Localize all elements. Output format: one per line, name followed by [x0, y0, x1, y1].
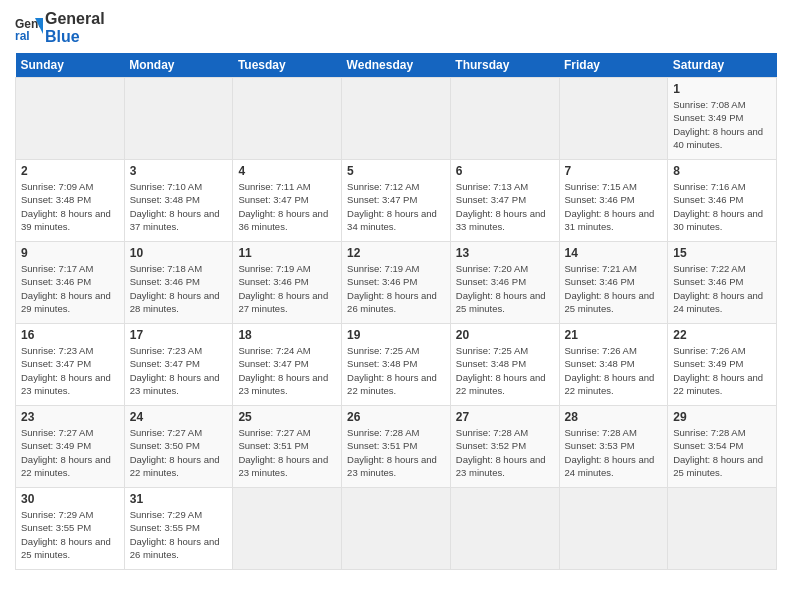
- col-friday: Friday: [559, 53, 668, 78]
- day-number: 21: [565, 328, 663, 342]
- calendar-cell: [342, 488, 451, 570]
- calendar-cell: 22Sunrise: 7:26 AMSunset: 3:49 PMDayligh…: [668, 324, 777, 406]
- day-number: 19: [347, 328, 445, 342]
- day-number: 2: [21, 164, 119, 178]
- calendar-cell: [559, 488, 668, 570]
- day-info: Sunrise: 7:13 AMSunset: 3:47 PMDaylight:…: [456, 180, 554, 233]
- svg-text:ral: ral: [15, 29, 30, 42]
- day-number: 18: [238, 328, 336, 342]
- calendar-body: 1Sunrise: 7:08 AMSunset: 3:49 PMDaylight…: [16, 78, 777, 570]
- day-number: 16: [21, 328, 119, 342]
- day-info: Sunrise: 7:18 AMSunset: 3:46 PMDaylight:…: [130, 262, 228, 315]
- calendar-cell: [450, 78, 559, 160]
- day-number: 9: [21, 246, 119, 260]
- col-monday: Monday: [124, 53, 233, 78]
- day-number: 5: [347, 164, 445, 178]
- day-number: 11: [238, 246, 336, 260]
- day-info: Sunrise: 7:29 AMSunset: 3:55 PMDaylight:…: [130, 508, 228, 561]
- day-number: 31: [130, 492, 228, 506]
- calendar-week-2: 2Sunrise: 7:09 AMSunset: 3:48 PMDaylight…: [16, 160, 777, 242]
- day-number: 29: [673, 410, 771, 424]
- day-number: 12: [347, 246, 445, 260]
- calendar-cell: 18Sunrise: 7:24 AMSunset: 3:47 PMDayligh…: [233, 324, 342, 406]
- calendar-cell: 5Sunrise: 7:12 AMSunset: 3:47 PMDaylight…: [342, 160, 451, 242]
- day-number: 28: [565, 410, 663, 424]
- calendar-cell: 28Sunrise: 7:28 AMSunset: 3:53 PMDayligh…: [559, 406, 668, 488]
- day-number: 22: [673, 328, 771, 342]
- day-info: Sunrise: 7:19 AMSunset: 3:46 PMDaylight:…: [238, 262, 336, 315]
- logo-general: General: [45, 10, 105, 27]
- day-number: 20: [456, 328, 554, 342]
- day-info: Sunrise: 7:27 AMSunset: 3:49 PMDaylight:…: [21, 426, 119, 479]
- main-container: Gene ral General Blue Sunday Monday: [0, 0, 792, 575]
- col-wednesday: Wednesday: [342, 53, 451, 78]
- day-info: Sunrise: 7:22 AMSunset: 3:46 PMDaylight:…: [673, 262, 771, 315]
- calendar-cell: [668, 488, 777, 570]
- day-info: Sunrise: 7:23 AMSunset: 3:47 PMDaylight:…: [21, 344, 119, 397]
- day-number: 24: [130, 410, 228, 424]
- day-info: Sunrise: 7:12 AMSunset: 3:47 PMDaylight:…: [347, 180, 445, 233]
- day-number: 7: [565, 164, 663, 178]
- day-number: 15: [673, 246, 771, 260]
- calendar-cell: 9Sunrise: 7:17 AMSunset: 3:46 PMDaylight…: [16, 242, 125, 324]
- calendar-cell: 20Sunrise: 7:25 AMSunset: 3:48 PMDayligh…: [450, 324, 559, 406]
- calendar-cell: [16, 78, 125, 160]
- calendar-cell: [233, 78, 342, 160]
- calendar-cell: 1Sunrise: 7:08 AMSunset: 3:49 PMDaylight…: [668, 78, 777, 160]
- calendar-cell: 26Sunrise: 7:28 AMSunset: 3:51 PMDayligh…: [342, 406, 451, 488]
- calendar-cell: 11Sunrise: 7:19 AMSunset: 3:46 PMDayligh…: [233, 242, 342, 324]
- logo-blue: Blue: [45, 28, 80, 45]
- day-info: Sunrise: 7:29 AMSunset: 3:55 PMDaylight:…: [21, 508, 119, 561]
- calendar-cell: 13Sunrise: 7:20 AMSunset: 3:46 PMDayligh…: [450, 242, 559, 324]
- calendar-cell: [233, 488, 342, 570]
- calendar-cell: 17Sunrise: 7:23 AMSunset: 3:47 PMDayligh…: [124, 324, 233, 406]
- calendar-week-6: 30Sunrise: 7:29 AMSunset: 3:55 PMDayligh…: [16, 488, 777, 570]
- day-number: 14: [565, 246, 663, 260]
- calendar-cell: 24Sunrise: 7:27 AMSunset: 3:50 PMDayligh…: [124, 406, 233, 488]
- col-tuesday: Tuesday: [233, 53, 342, 78]
- day-info: Sunrise: 7:23 AMSunset: 3:47 PMDaylight:…: [130, 344, 228, 397]
- calendar-cell: 19Sunrise: 7:25 AMSunset: 3:48 PMDayligh…: [342, 324, 451, 406]
- day-number: 3: [130, 164, 228, 178]
- day-info: Sunrise: 7:15 AMSunset: 3:46 PMDaylight:…: [565, 180, 663, 233]
- calendar-cell: 30Sunrise: 7:29 AMSunset: 3:55 PMDayligh…: [16, 488, 125, 570]
- day-info: Sunrise: 7:10 AMSunset: 3:48 PMDaylight:…: [130, 180, 228, 233]
- calendar-week-5: 23Sunrise: 7:27 AMSunset: 3:49 PMDayligh…: [16, 406, 777, 488]
- day-number: 30: [21, 492, 119, 506]
- day-number: 26: [347, 410, 445, 424]
- day-info: Sunrise: 7:25 AMSunset: 3:48 PMDaylight:…: [347, 344, 445, 397]
- day-info: Sunrise: 7:20 AMSunset: 3:46 PMDaylight:…: [456, 262, 554, 315]
- day-info: Sunrise: 7:28 AMSunset: 3:53 PMDaylight:…: [565, 426, 663, 479]
- day-number: 1: [673, 82, 771, 96]
- day-number: 8: [673, 164, 771, 178]
- day-number: 6: [456, 164, 554, 178]
- day-info: Sunrise: 7:28 AMSunset: 3:51 PMDaylight:…: [347, 426, 445, 479]
- day-number: 17: [130, 328, 228, 342]
- calendar-cell: 7Sunrise: 7:15 AMSunset: 3:46 PMDaylight…: [559, 160, 668, 242]
- calendar-cell: 31Sunrise: 7:29 AMSunset: 3:55 PMDayligh…: [124, 488, 233, 570]
- calendar-cell: [559, 78, 668, 160]
- day-number: 4: [238, 164, 336, 178]
- calendar-cell: 3Sunrise: 7:10 AMSunset: 3:48 PMDaylight…: [124, 160, 233, 242]
- day-info: Sunrise: 7:16 AMSunset: 3:46 PMDaylight:…: [673, 180, 771, 233]
- day-number: 27: [456, 410, 554, 424]
- day-number: 10: [130, 246, 228, 260]
- day-info: Sunrise: 7:19 AMSunset: 3:46 PMDaylight:…: [347, 262, 445, 315]
- day-info: Sunrise: 7:11 AMSunset: 3:47 PMDaylight:…: [238, 180, 336, 233]
- day-info: Sunrise: 7:09 AMSunset: 3:48 PMDaylight:…: [21, 180, 119, 233]
- calendar-cell: [124, 78, 233, 160]
- calendar-cell: 29Sunrise: 7:28 AMSunset: 3:54 PMDayligh…: [668, 406, 777, 488]
- calendar-cell: 14Sunrise: 7:21 AMSunset: 3:46 PMDayligh…: [559, 242, 668, 324]
- day-info: Sunrise: 7:28 AMSunset: 3:52 PMDaylight:…: [456, 426, 554, 479]
- calendar-cell: 27Sunrise: 7:28 AMSunset: 3:52 PMDayligh…: [450, 406, 559, 488]
- col-sunday: Sunday: [16, 53, 125, 78]
- calendar-week-1: 1Sunrise: 7:08 AMSunset: 3:49 PMDaylight…: [16, 78, 777, 160]
- calendar-cell: 4Sunrise: 7:11 AMSunset: 3:47 PMDaylight…: [233, 160, 342, 242]
- header: Gene ral General Blue: [15, 10, 777, 45]
- day-info: Sunrise: 7:24 AMSunset: 3:47 PMDaylight:…: [238, 344, 336, 397]
- calendar-week-3: 9Sunrise: 7:17 AMSunset: 3:46 PMDaylight…: [16, 242, 777, 324]
- day-number: 25: [238, 410, 336, 424]
- day-info: Sunrise: 7:27 AMSunset: 3:50 PMDaylight:…: [130, 426, 228, 479]
- day-info: Sunrise: 7:25 AMSunset: 3:48 PMDaylight:…: [456, 344, 554, 397]
- calendar-cell: 6Sunrise: 7:13 AMSunset: 3:47 PMDaylight…: [450, 160, 559, 242]
